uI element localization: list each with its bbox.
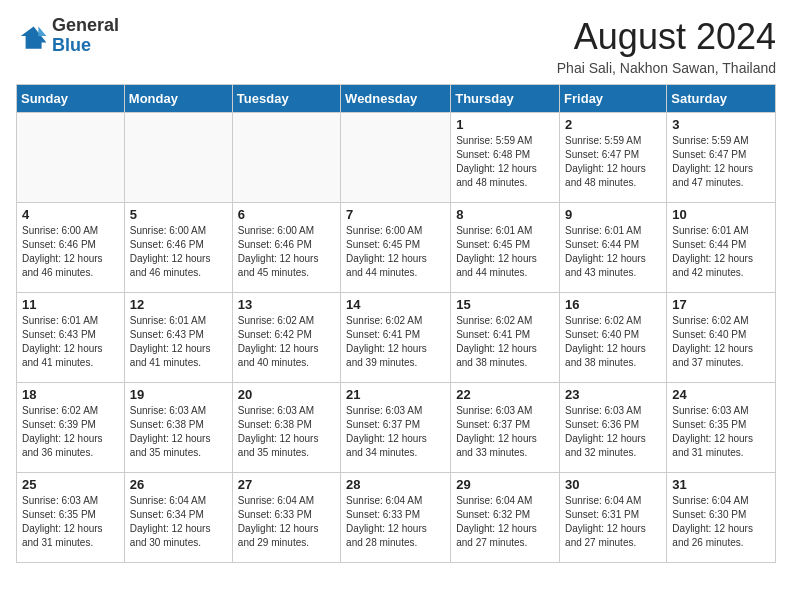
day-info: Sunrise: 6:04 AM Sunset: 6:33 PM Dayligh…: [346, 494, 445, 550]
calendar-cell: 17Sunrise: 6:02 AM Sunset: 6:40 PM Dayli…: [667, 293, 776, 383]
calendar-cell: 1Sunrise: 5:59 AM Sunset: 6:48 PM Daylig…: [451, 113, 560, 203]
day-info: Sunrise: 6:00 AM Sunset: 6:46 PM Dayligh…: [130, 224, 227, 280]
calendar-cell: 21Sunrise: 6:03 AM Sunset: 6:37 PM Dayli…: [341, 383, 451, 473]
calendar-cell: 28Sunrise: 6:04 AM Sunset: 6:33 PM Dayli…: [341, 473, 451, 563]
calendar-cell: 25Sunrise: 6:03 AM Sunset: 6:35 PM Dayli…: [17, 473, 125, 563]
day-number: 26: [130, 477, 227, 492]
day-info: Sunrise: 6:03 AM Sunset: 6:38 PM Dayligh…: [130, 404, 227, 460]
day-number: 22: [456, 387, 554, 402]
calendar-cell: 29Sunrise: 6:04 AM Sunset: 6:32 PM Dayli…: [451, 473, 560, 563]
calendar-cell: 14Sunrise: 6:02 AM Sunset: 6:41 PM Dayli…: [341, 293, 451, 383]
day-info: Sunrise: 6:02 AM Sunset: 6:41 PM Dayligh…: [456, 314, 554, 370]
day-number: 15: [456, 297, 554, 312]
day-number: 17: [672, 297, 770, 312]
day-number: 19: [130, 387, 227, 402]
week-row-3: 11Sunrise: 6:01 AM Sunset: 6:43 PM Dayli…: [17, 293, 776, 383]
calendar-cell: 8Sunrise: 6:01 AM Sunset: 6:45 PM Daylig…: [451, 203, 560, 293]
weekday-header-monday: Monday: [124, 85, 232, 113]
calendar-cell: 2Sunrise: 5:59 AM Sunset: 6:47 PM Daylig…: [560, 113, 667, 203]
week-row-1: 1Sunrise: 5:59 AM Sunset: 6:48 PM Daylig…: [17, 113, 776, 203]
day-number: 25: [22, 477, 119, 492]
week-row-5: 25Sunrise: 6:03 AM Sunset: 6:35 PM Dayli…: [17, 473, 776, 563]
day-number: 6: [238, 207, 335, 222]
day-info: Sunrise: 6:01 AM Sunset: 6:43 PM Dayligh…: [22, 314, 119, 370]
day-number: 11: [22, 297, 119, 312]
day-info: Sunrise: 6:03 AM Sunset: 6:35 PM Dayligh…: [672, 404, 770, 460]
day-info: Sunrise: 5:59 AM Sunset: 6:48 PM Dayligh…: [456, 134, 554, 190]
day-info: Sunrise: 5:59 AM Sunset: 6:47 PM Dayligh…: [672, 134, 770, 190]
day-info: Sunrise: 6:04 AM Sunset: 6:32 PM Dayligh…: [456, 494, 554, 550]
day-number: 13: [238, 297, 335, 312]
day-info: Sunrise: 6:00 AM Sunset: 6:46 PM Dayligh…: [238, 224, 335, 280]
svg-marker-1: [38, 26, 46, 36]
day-info: Sunrise: 6:03 AM Sunset: 6:37 PM Dayligh…: [346, 404, 445, 460]
title-block: August 2024 Phai Sali, Nakhon Sawan, Tha…: [557, 16, 776, 76]
calendar-cell: 3Sunrise: 5:59 AM Sunset: 6:47 PM Daylig…: [667, 113, 776, 203]
day-number: 30: [565, 477, 661, 492]
day-info: Sunrise: 6:02 AM Sunset: 6:41 PM Dayligh…: [346, 314, 445, 370]
location: Phai Sali, Nakhon Sawan, Thailand: [557, 60, 776, 76]
logo-text: General Blue: [52, 16, 119, 56]
weekday-header-wednesday: Wednesday: [341, 85, 451, 113]
day-number: 20: [238, 387, 335, 402]
calendar-cell: 24Sunrise: 6:03 AM Sunset: 6:35 PM Dayli…: [667, 383, 776, 473]
calendar-cell: 11Sunrise: 6:01 AM Sunset: 6:43 PM Dayli…: [17, 293, 125, 383]
calendar-cell: 19Sunrise: 6:03 AM Sunset: 6:38 PM Dayli…: [124, 383, 232, 473]
day-info: Sunrise: 6:03 AM Sunset: 6:35 PM Dayligh…: [22, 494, 119, 550]
logo: General Blue: [16, 16, 119, 56]
weekday-header-tuesday: Tuesday: [232, 85, 340, 113]
day-number: 24: [672, 387, 770, 402]
day-number: 8: [456, 207, 554, 222]
calendar-cell: 16Sunrise: 6:02 AM Sunset: 6:40 PM Dayli…: [560, 293, 667, 383]
day-info: Sunrise: 6:02 AM Sunset: 6:40 PM Dayligh…: [565, 314, 661, 370]
calendar-cell: [124, 113, 232, 203]
day-number: 27: [238, 477, 335, 492]
calendar-cell: 27Sunrise: 6:04 AM Sunset: 6:33 PM Dayli…: [232, 473, 340, 563]
calendar: SundayMondayTuesdayWednesdayThursdayFrid…: [16, 84, 776, 563]
calendar-cell: 18Sunrise: 6:02 AM Sunset: 6:39 PM Dayli…: [17, 383, 125, 473]
day-info: Sunrise: 6:04 AM Sunset: 6:30 PM Dayligh…: [672, 494, 770, 550]
weekday-header-sunday: Sunday: [17, 85, 125, 113]
weekday-header-friday: Friday: [560, 85, 667, 113]
calendar-cell: 30Sunrise: 6:04 AM Sunset: 6:31 PM Dayli…: [560, 473, 667, 563]
day-number: 14: [346, 297, 445, 312]
day-number: 29: [456, 477, 554, 492]
day-number: 10: [672, 207, 770, 222]
day-info: Sunrise: 6:02 AM Sunset: 6:42 PM Dayligh…: [238, 314, 335, 370]
day-number: 7: [346, 207, 445, 222]
day-number: 9: [565, 207, 661, 222]
day-info: Sunrise: 6:01 AM Sunset: 6:44 PM Dayligh…: [672, 224, 770, 280]
day-info: Sunrise: 6:01 AM Sunset: 6:44 PM Dayligh…: [565, 224, 661, 280]
calendar-cell: 12Sunrise: 6:01 AM Sunset: 6:43 PM Dayli…: [124, 293, 232, 383]
calendar-cell: 4Sunrise: 6:00 AM Sunset: 6:46 PM Daylig…: [17, 203, 125, 293]
calendar-cell: 10Sunrise: 6:01 AM Sunset: 6:44 PM Dayli…: [667, 203, 776, 293]
day-info: Sunrise: 6:01 AM Sunset: 6:45 PM Dayligh…: [456, 224, 554, 280]
week-row-2: 4Sunrise: 6:00 AM Sunset: 6:46 PM Daylig…: [17, 203, 776, 293]
calendar-cell: 6Sunrise: 6:00 AM Sunset: 6:46 PM Daylig…: [232, 203, 340, 293]
day-number: 1: [456, 117, 554, 132]
day-number: 16: [565, 297, 661, 312]
day-number: 4: [22, 207, 119, 222]
calendar-cell: [17, 113, 125, 203]
page-header: General Blue August 2024 Phai Sali, Nakh…: [16, 16, 776, 76]
day-info: Sunrise: 6:04 AM Sunset: 6:33 PM Dayligh…: [238, 494, 335, 550]
calendar-cell: 23Sunrise: 6:03 AM Sunset: 6:36 PM Dayli…: [560, 383, 667, 473]
day-number: 2: [565, 117, 661, 132]
day-info: Sunrise: 6:03 AM Sunset: 6:37 PM Dayligh…: [456, 404, 554, 460]
calendar-cell: 31Sunrise: 6:04 AM Sunset: 6:30 PM Dayli…: [667, 473, 776, 563]
weekday-header-saturday: Saturday: [667, 85, 776, 113]
day-info: Sunrise: 5:59 AM Sunset: 6:47 PM Dayligh…: [565, 134, 661, 190]
logo-general: General: [52, 15, 119, 35]
day-info: Sunrise: 6:04 AM Sunset: 6:34 PM Dayligh…: [130, 494, 227, 550]
calendar-cell: 20Sunrise: 6:03 AM Sunset: 6:38 PM Dayli…: [232, 383, 340, 473]
day-info: Sunrise: 6:02 AM Sunset: 6:39 PM Dayligh…: [22, 404, 119, 460]
day-info: Sunrise: 6:04 AM Sunset: 6:31 PM Dayligh…: [565, 494, 661, 550]
logo-icon: [16, 20, 48, 52]
day-number: 12: [130, 297, 227, 312]
calendar-cell: 5Sunrise: 6:00 AM Sunset: 6:46 PM Daylig…: [124, 203, 232, 293]
calendar-cell: [341, 113, 451, 203]
calendar-cell: 13Sunrise: 6:02 AM Sunset: 6:42 PM Dayli…: [232, 293, 340, 383]
day-info: Sunrise: 6:02 AM Sunset: 6:40 PM Dayligh…: [672, 314, 770, 370]
calendar-cell: 26Sunrise: 6:04 AM Sunset: 6:34 PM Dayli…: [124, 473, 232, 563]
day-number: 28: [346, 477, 445, 492]
